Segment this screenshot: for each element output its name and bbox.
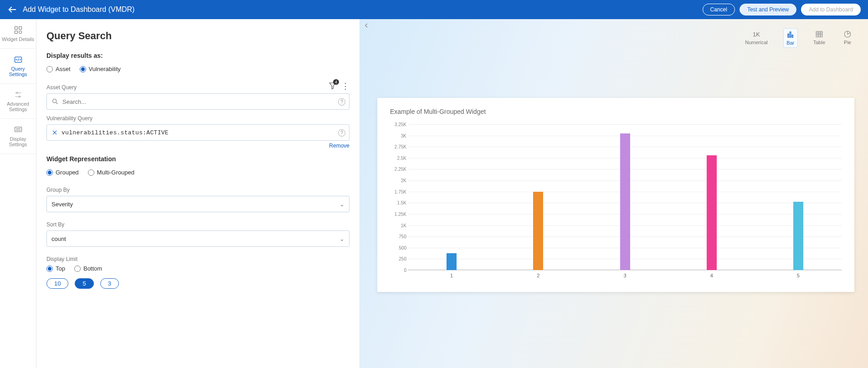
group-by-select[interactable]: Severity ⌄ (46, 196, 349, 212)
pill-5[interactable]: 5 (75, 278, 93, 289)
radio-multi-grouped[interactable]: Multi-Grouped (88, 169, 134, 176)
svg-rect-11 (15, 127, 21, 132)
radio-asset[interactable]: Asset (46, 66, 71, 72)
group-by-value: Severity (51, 201, 73, 208)
radio-grouped[interactable]: Grouped (46, 169, 79, 176)
sidebar-item-label: Widget Details (2, 36, 34, 42)
chart-bar-slot: 1 (408, 124, 495, 270)
collapse-panel-icon[interactable] (363, 22, 372, 31)
radio-vulnerability[interactable]: Vulnerability (80, 66, 121, 72)
sidebar: Widget Details Query Settings Advanced S… (0, 19, 36, 368)
sidebar-item-label: Query Settings (2, 66, 34, 77)
asset-query-input[interactable] (62, 98, 333, 105)
back-arrow-icon[interactable] (7, 5, 17, 15)
sidebar-item-query-settings[interactable]: Query Settings (0, 49, 36, 84)
chart-xlabel: 4 (668, 273, 755, 278)
vuln-query-value: vulnerabilities.status:ACTIVE (62, 129, 169, 136)
chart-ytick: 1.5K (397, 200, 406, 205)
chevron-down-icon: ⌄ (339, 235, 344, 242)
remove-link[interactable]: Remove (46, 143, 349, 149)
chart-xlabel: 1 (408, 273, 495, 278)
chart-bar (707, 155, 717, 270)
chart-yaxis: 02505007501K1.25K1.5K1.75K2K2.25K2.5K2.7… (390, 124, 408, 270)
topbar-actions: Cancel Test and Preview Add to Dashboard (703, 4, 861, 15)
radio-top-label: Top (56, 265, 65, 272)
test-preview-button[interactable]: Test and Preview (740, 4, 796, 15)
help-icon[interactable]: ? (338, 129, 345, 137)
chart-bar (793, 202, 803, 270)
widget-representation-label: Widget Representation (46, 155, 349, 163)
radio-multi-grouped-label: Multi-Grouped (97, 169, 134, 176)
svg-rect-21 (792, 35, 793, 37)
sidebar-item-widget-details[interactable]: Widget Details (0, 19, 36, 49)
radio-multi-grouped-input[interactable] (88, 169, 94, 176)
svg-rect-1 (15, 27, 17, 30)
widget-type-label: Bar (786, 40, 794, 46)
search-icon (51, 98, 59, 105)
cancel-button[interactable]: Cancel (703, 4, 735, 15)
widget-type-label: Pie (844, 40, 851, 45)
more-menu-icon[interactable]: ⋮ (341, 81, 349, 91)
asset-query-input-box[interactable]: ? (46, 93, 349, 110)
add-to-dashboard-button[interactable]: Add to Dashboard (801, 4, 861, 15)
chart-bar-slot: 4 (668, 124, 755, 270)
vuln-query-input-box[interactable]: vulnerabilities.status:ACTIVE ? (46, 124, 349, 141)
page-header-title: Add Widget to Dashboard (VMDR) (23, 5, 703, 14)
radio-bottom-input[interactable] (74, 266, 81, 272)
group-by-label: Group By (46, 187, 349, 193)
svg-rect-2 (19, 27, 21, 30)
sidebar-item-advanced-settings[interactable]: Advanced Settings (0, 84, 36, 119)
widget-type-table[interactable]: Table (811, 28, 828, 48)
pie-chart-icon (843, 30, 852, 38)
svg-rect-19 (788, 34, 789, 38)
chart-ytick: 2.75K (395, 144, 406, 149)
clear-icon[interactable] (51, 129, 58, 136)
svg-line-6 (18, 59, 19, 61)
radio-top[interactable]: Top (46, 265, 65, 272)
chart-bar-slot: 3 (581, 124, 668, 270)
filter-icon[interactable]: 4 (329, 82, 337, 91)
chart-ytick: 2K (401, 178, 406, 183)
chart-ytick: 3.25K (395, 122, 406, 127)
radio-asset-input[interactable] (46, 66, 53, 72)
chart-bar (533, 192, 543, 270)
pill-10[interactable]: 10 (46, 278, 68, 289)
svg-rect-22 (816, 31, 822, 37)
display-limit-radios: Top Bottom (46, 265, 349, 272)
numerical-icon: 1K (753, 30, 760, 38)
sort-by-select[interactable]: count ⌄ (46, 230, 349, 247)
radio-bottom[interactable]: Bottom (74, 265, 102, 272)
display-limit-pills: 10 5 3 (46, 278, 349, 289)
preview-panel: 1K Numerical Bar Table Pie (360, 19, 868, 368)
chart-ytick: 250 (399, 256, 406, 261)
radio-grouped-input[interactable] (46, 169, 53, 176)
bar-chart-icon (786, 31, 795, 39)
radio-vulnerability-input[interactable] (80, 66, 86, 72)
sidebar-item-label: Advanced Settings (2, 101, 34, 112)
pill-3[interactable]: 3 (100, 278, 119, 289)
radio-top-input[interactable] (46, 266, 53, 272)
svg-rect-20 (790, 32, 791, 37)
radio-asset-label: Asset (56, 66, 71, 72)
help-icon[interactable]: ? (338, 98, 345, 106)
chart-title: Example of Multi-Grouped Widget (390, 108, 842, 115)
chart-bar (447, 253, 457, 270)
table-icon (815, 30, 823, 38)
svg-point-15 (53, 99, 56, 103)
widget-details-icon (14, 26, 23, 35)
chart-ytick: 0 (404, 268, 406, 273)
asset-query-actions: 4 ⋮ (329, 81, 349, 91)
sidebar-item-display-settings[interactable]: Display Settings (0, 119, 36, 154)
radio-vulnerability-label: Vulnerability (89, 66, 121, 72)
widget-type-numerical[interactable]: 1K Numerical (742, 28, 770, 48)
widget-type-pie[interactable]: Pie (841, 28, 854, 48)
display-results-label: Display results as: (46, 52, 349, 59)
radio-grouped-label: Grouped (56, 169, 79, 176)
page-title: Query Search (46, 30, 349, 42)
widget-type-label: Table (813, 40, 825, 45)
asset-query-label: Asset Query (46, 84, 77, 91)
code-icon (14, 55, 23, 64)
widget-type-bar[interactable]: Bar (783, 28, 798, 48)
radio-bottom-label: Bottom (83, 265, 102, 272)
svg-line-16 (56, 102, 58, 104)
